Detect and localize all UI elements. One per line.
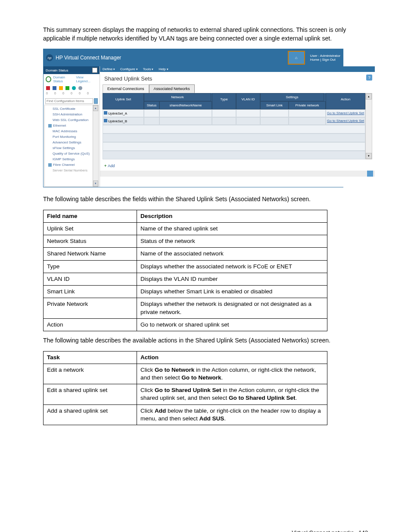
panel-title: Shared Uplink Sets [100,72,375,84]
table-row: Uplink SetName of the shared uplink set [44,223,327,235]
col-status: Status [144,101,159,109]
table-row: Shared Network NameName of the associate… [44,248,327,260]
col-uplink-set: Uplink Set [103,93,144,109]
grid-row-b[interactable]: UplinkSet_B Go to Shared Uplink Set [103,117,365,125]
row-icon [104,119,107,122]
warning-icon [59,86,63,90]
page-footer: Virtual Connect networks 142 [43,430,368,532]
grid-row-empty [103,134,365,142]
hp-logo-icon: hp [46,54,53,61]
tab-associated-networks[interactable]: Associated Networks [149,84,195,93]
vcm-screenshot: hp HP Virtual Connect Manager ⌂ User : A… [43,49,343,187]
plus-icon: + [104,164,106,168]
menu-tools[interactable]: Tools [143,67,154,71]
home-icon[interactable]: ⌂ [288,51,305,65]
table-row: Edit a network Click Go to Network in th… [44,364,327,384]
nav-serial[interactable]: Server Serial Numbers [47,168,98,173]
grid-row-a[interactable]: UplinkSet_A Go to Shared Uplink Set [103,109,365,117]
nav-tree: SSL Certificate SSH Administration Web S… [44,105,99,187]
table-row: Smart LinkDisplays whether Smart Link is… [44,286,327,298]
fields-h1: Field name [44,210,137,222]
table-row: Private NetworkDisplays whether the netw… [44,298,327,318]
user-block: User : Administrator Home | Sign Out [310,54,340,62]
col-vlan-id: VLAN ID [236,93,260,109]
menu-bar: Define Configure Tools Help [100,66,375,72]
row-icon [104,111,107,115]
uplink-grid: Uplink Set Network Status sharedNetworkN… [103,93,372,159]
help-icon[interactable]: ? [366,75,372,81]
col-smart-link: Smart Link [260,101,289,109]
app-title: HP Virtual Connect Manager [56,55,285,61]
table-row: Add a shared uplink set Click Add below … [44,404,327,425]
table1-intro: The following table describes the fields… [43,195,368,204]
nav-adv[interactable]: Advanced Settings [47,140,98,145]
tab-external-connections[interactable]: External Connections [103,84,149,93]
nav-port-mon[interactable]: Port Monitoring [47,134,98,140]
fc-icon [48,163,52,167]
nav-scrollbar[interactable]: ▴ ▾ [93,105,98,187]
main-panel: Define Configure Tools Help ? Shared Upl… [100,66,375,187]
user-label: User : Administrator [310,54,340,58]
col-private-network: Private network [289,101,326,109]
info-icon [78,86,82,90]
error-icon [46,86,50,90]
nav-qos[interactable]: Quality of Service (QoS) [47,151,98,156]
nav-web-ssl[interactable]: Web SSL Configuration [47,117,98,123]
nav-ssl-cert[interactable]: SSL Certificate [47,106,98,112]
col-group-network: Network [144,93,211,101]
menu-define[interactable]: Define [103,67,115,71]
actions-h1: Task [44,351,137,364]
table-row: Edit a shared uplink set Click Go to Sha… [44,384,327,404]
row-b-name: UplinkSet_B [108,119,127,123]
status-icon-row [44,84,100,92]
grid-header: Uplink Set Network Status sharedNetworkN… [103,93,365,109]
table-row: VLAN IDDisplays the VLAN ID number [44,273,327,285]
table-row: ActionGo to network or shared uplink set [44,318,327,331]
actions-h2: Action [137,351,327,364]
row-a-name: UplinkSet_A [108,112,127,115]
row-a-action-link[interactable]: Go to Shared Uplink Set [327,111,364,115]
nav-mac[interactable]: MAC Addresses [47,128,98,134]
ethernet-icon [48,124,52,128]
grid-row-empty [103,151,365,159]
home-signout-links[interactable]: Home | Sign Out [310,58,336,62]
grid-scroll-up-icon[interactable]: ▴ [366,93,372,100]
nav-ssh-admin[interactable]: SSH Administration [47,112,98,117]
menu-configure[interactable]: Configure [120,67,138,71]
footer-section: Virtual Connect networks [292,529,354,532]
grid-row-empty [103,125,365,134]
col-group-settings: Settings [260,93,324,101]
find-config-input[interactable] [45,98,93,104]
search-go-button[interactable] [94,98,98,104]
add-label: Add [108,164,115,168]
nav-igmp[interactable]: IGMP Settings [47,156,98,162]
nav-ethernet[interactable]: Ethernet [47,123,98,128]
table2-intro: The following table describes the availa… [43,336,368,345]
add-button[interactable]: + Add [100,161,375,171]
status-counts: 000000 [44,92,100,97]
scroll-up-icon[interactable]: ▴ [93,105,98,111]
view-legend-link[interactable]: View Legend... [76,75,97,83]
app-titlebar: hp HP Virtual Connect Manager ⌂ User : A… [44,49,343,66]
filter-icon [53,86,56,90]
domain-status-header: Domain Status [44,66,100,74]
collapse-icon[interactable] [92,68,97,73]
nav-fc[interactable]: Fibre Channel [47,162,98,168]
expand-icon[interactable] [367,171,373,177]
refresh-icon[interactable] [46,76,51,82]
actions-table: Task Action Edit a network Click Go to N… [43,351,327,426]
menu-help[interactable]: Help [159,67,168,71]
scroll-down-icon[interactable]: ▾ [93,180,98,187]
nav-sflow[interactable]: sFlow Settings [47,145,98,151]
footer-page-number: 142 [358,529,368,532]
table-row: TypeDisplays whether the associated netw… [44,260,327,273]
left-sidebar: Domain Status Domain Status View Legend.… [44,66,100,187]
domain-status-link[interactable]: Domain Status [53,75,74,83]
intro-paragraph: This summary screen displays the mapping… [43,26,368,43]
table-row: Network StatusStatus of the network [44,235,327,248]
row-b-action-link[interactable]: Go to Shared Uplink Set [327,119,364,123]
sync-icon [72,86,76,90]
grid-scrollbar[interactable]: ▴ ▾ [365,93,372,159]
grid-scroll-down-icon[interactable]: ▾ [366,153,372,159]
domain-status-title: Domain Status [46,68,68,72]
